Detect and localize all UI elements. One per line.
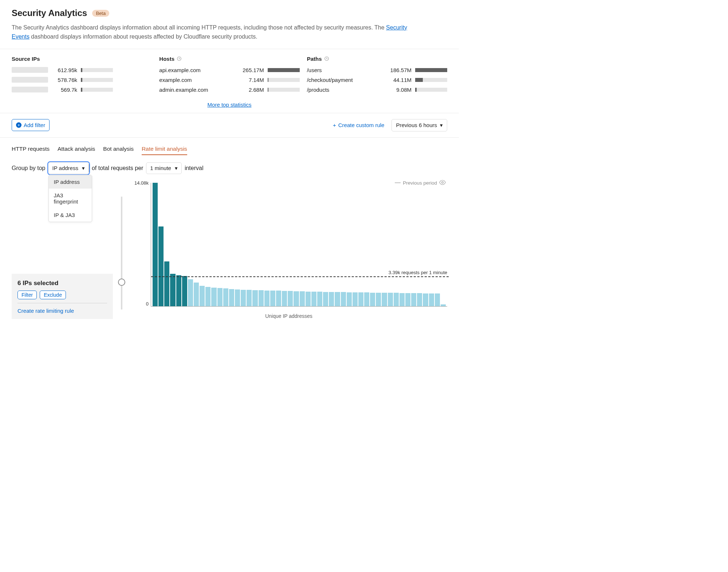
top-stat-value: 578.76k <box>52 77 77 83</box>
chart-bar[interactable] <box>364 292 369 306</box>
top-stat-bar <box>415 88 447 92</box>
chart-bar[interactable] <box>423 293 428 306</box>
filter-button[interactable]: Filter <box>17 291 37 299</box>
analysis-tabs: HTTP requestsAttack analysisBot analysis… <box>12 138 447 157</box>
top-stat-bar <box>268 68 300 72</box>
chart-bar[interactable] <box>264 291 269 306</box>
chart-bar[interactable] <box>182 276 187 306</box>
chart-bar[interactable] <box>335 292 340 306</box>
top-stat-value: 44.11M <box>386 77 412 83</box>
groupby-select[interactable]: IP address ▾ <box>48 162 89 174</box>
chart-bar[interactable] <box>294 291 299 306</box>
top-stat-row[interactable]: 578.76k <box>12 77 152 83</box>
chart-bar[interactable] <box>259 290 264 306</box>
top-stat-row[interactable]: 569.7k <box>12 87 152 93</box>
chart-bar[interactable] <box>376 293 381 306</box>
chart-bar[interactable] <box>164 261 169 306</box>
chart-bar[interactable] <box>247 290 252 306</box>
interval-value: 1 minute <box>150 165 171 171</box>
top-stat-row[interactable]: /users186.57M <box>307 67 447 73</box>
chart-bar[interactable] <box>288 291 293 306</box>
groupby-option[interactable]: JA3 fingerprint <box>49 189 92 208</box>
groupby-option[interactable]: IP address <box>49 175 92 189</box>
beta-badge: Beta <box>92 10 109 17</box>
page-intro: The Security Analytics dashboard display… <box>12 23 412 42</box>
chart-bar[interactable] <box>229 289 234 306</box>
chart-bar[interactable] <box>441 304 446 306</box>
tab-rate-limit-analysis[interactable]: Rate limit analysis <box>142 146 187 155</box>
chart-bar[interactable] <box>394 293 399 306</box>
groupby-value: IP address <box>52 165 78 171</box>
create-custom-rule-button[interactable]: + Create custom rule <box>331 122 386 129</box>
tab-attack-analysis[interactable]: Attack analysis <box>58 146 95 155</box>
chart-bar[interactable] <box>417 293 422 306</box>
top-stat-heading: Hosts <box>159 56 299 62</box>
chart-bar[interactable] <box>306 292 311 306</box>
clock-icon <box>324 56 329 61</box>
chart-bar[interactable] <box>223 288 228 306</box>
chart-bar[interactable] <box>370 293 375 306</box>
chart-bar[interactable] <box>405 293 410 306</box>
interval-select[interactable]: 1 minute ▾ <box>146 162 182 174</box>
chart-bar[interactable] <box>211 288 216 306</box>
timerange-select[interactable]: Previous 6 hours ▾ <box>391 119 447 131</box>
top-stat-row[interactable]: example.com7.14M <box>159 77 299 83</box>
chart-bar[interactable] <box>235 289 240 306</box>
y-tick-label: 0 <box>146 301 149 307</box>
top-stat-label <box>12 87 48 92</box>
chart-bar[interactable] <box>217 288 223 306</box>
chart-bar[interactable] <box>188 279 193 306</box>
chart-bar[interactable] <box>252 290 257 306</box>
top-stat-row[interactable]: /checkout/payment44.11M <box>307 77 447 83</box>
add-filter-button[interactable]: + Add filter <box>12 119 50 131</box>
tab-bot-analysis[interactable]: Bot analysis <box>103 146 134 155</box>
caret-down-icon: ▾ <box>440 122 443 129</box>
chart-bar[interactable] <box>411 293 416 306</box>
chart-bar[interactable] <box>205 287 210 306</box>
chart-bar[interactable] <box>341 292 346 306</box>
exclude-button[interactable]: Exclude <box>40 291 66 299</box>
tab-http-requests[interactable]: HTTP requests <box>12 146 50 155</box>
create-rule-label: Create custom rule <box>338 122 385 128</box>
chart-bar[interactable] <box>200 286 205 306</box>
top-stat-value: 2.68M <box>239 87 264 93</box>
top-stat-row[interactable]: admin.example.com2.68M <box>159 87 299 93</box>
chart-bar[interactable] <box>153 183 158 306</box>
chart-bar[interactable] <box>400 293 405 306</box>
groupby-option[interactable]: IP & JA3 <box>49 208 92 222</box>
top-stat-bar <box>81 68 113 72</box>
threshold-slider[interactable] <box>117 183 127 319</box>
selection-panel: 6 IPs selected Filter Exclude Create rat… <box>12 274 113 319</box>
chart-x-label: Unique IP addresses <box>130 313 447 319</box>
more-top-statistics-link[interactable]: More top statistics <box>208 102 252 108</box>
chart-bar[interactable] <box>158 226 164 306</box>
chart-y-axis: 014.08k <box>130 183 151 307</box>
slider-handle-icon[interactable] <box>118 279 125 286</box>
top-stat-row[interactable]: 612.95k <box>12 67 152 73</box>
top-stat-value: 569.7k <box>52 87 77 93</box>
top-stat-heading: Paths <box>307 56 447 62</box>
chart-bar[interactable] <box>176 275 181 306</box>
chart-bar[interactable] <box>323 292 328 306</box>
chart-bar[interactable] <box>353 292 358 306</box>
chart-bar[interactable] <box>311 292 316 306</box>
chart-bar[interactable] <box>329 292 334 306</box>
top-stat-row[interactable]: api.example.com265.17M <box>159 67 299 73</box>
top-stat-row[interactable]: /products9.08M <box>307 87 447 93</box>
chart-bar[interactable] <box>358 292 363 306</box>
chart-bar[interactable] <box>276 291 281 306</box>
page-title: Security Analytics <box>12 8 87 18</box>
create-rate-limiting-rule-link[interactable]: Create rate limiting rule <box>17 308 74 314</box>
chart-bar[interactable] <box>435 293 440 306</box>
chart-bar[interactable] <box>170 274 175 306</box>
chart-bar[interactable] <box>300 291 305 306</box>
chart-bar[interactable] <box>347 292 352 306</box>
chart-bar[interactable] <box>382 293 387 306</box>
chart-bar[interactable] <box>270 291 275 306</box>
chart-bar[interactable] <box>317 292 322 306</box>
chart-bar[interactable] <box>282 291 287 306</box>
chart-bar[interactable] <box>194 283 199 306</box>
chart-bar[interactable] <box>241 290 246 306</box>
chart-bar[interactable] <box>388 293 393 306</box>
chart-bar[interactable] <box>429 293 434 306</box>
